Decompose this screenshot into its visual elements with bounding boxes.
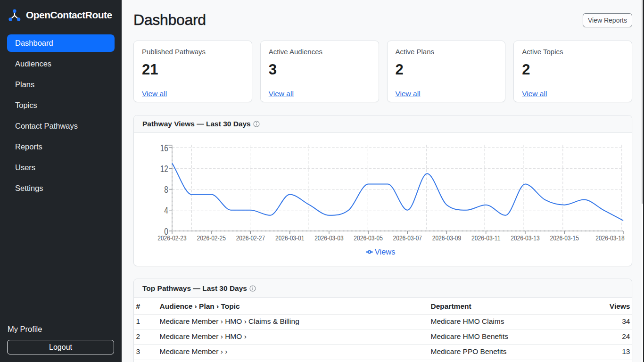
svg-text:16: 16	[160, 142, 168, 153]
svg-text:2026-03-05: 2026-03-05	[354, 234, 383, 242]
svg-text:2026-03-03: 2026-03-03	[314, 234, 344, 242]
svg-text:8: 8	[164, 184, 168, 195]
svg-text:2026-03-18: 2026-03-18	[595, 234, 625, 242]
svg-text:2026-02-25: 2026-02-25	[197, 234, 226, 242]
svg-text:2026-03-09: 2026-03-09	[432, 234, 462, 242]
svg-text:2026-03-13: 2026-03-13	[511, 234, 540, 242]
svg-text:2026-03-15: 2026-03-15	[550, 234, 579, 242]
svg-text:2026-03-01: 2026-03-01	[275, 234, 305, 242]
svg-text:12: 12	[160, 163, 168, 174]
svg-text:2026-02-27: 2026-02-27	[236, 234, 265, 242]
svg-text:2026-02-23: 2026-02-23	[157, 234, 187, 242]
svg-text:2026-03-11: 2026-03-11	[471, 234, 500, 242]
svg-text:4: 4	[164, 205, 168, 215]
svg-text:2026-03-07: 2026-03-07	[393, 234, 422, 242]
svg-text:Views: Views	[375, 247, 396, 256]
